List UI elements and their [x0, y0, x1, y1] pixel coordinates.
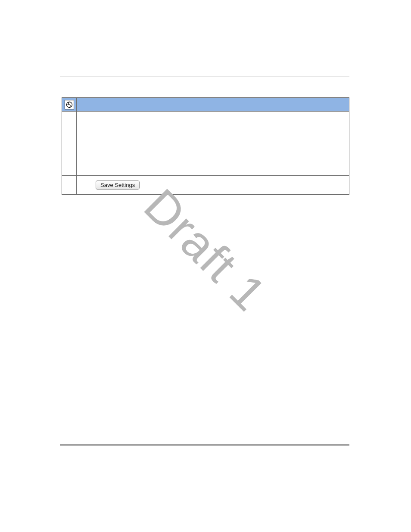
bottom-horizontal-rule — [60, 445, 349, 445]
save-settings-button[interactable]: Save Settings — [96, 180, 140, 190]
panel-header-row — [62, 98, 349, 112]
panel-header-title — [77, 98, 349, 111]
panel-body-content — [77, 112, 349, 175]
panel-body-row — [62, 112, 349, 175]
panel-footer-left-cell — [62, 176, 77, 194]
panel-footer-content: Save Settings — [77, 176, 349, 194]
panel-footer-row: Save Settings — [62, 175, 349, 194]
panel-header-icon-cell — [62, 98, 77, 111]
settings-panel: Save Settings — [62, 97, 349, 195]
top-horizontal-rule — [60, 77, 349, 77]
panel-body-left-cell — [62, 112, 77, 175]
globe-icon — [65, 100, 74, 109]
draft-watermark: Draft 1 — [134, 178, 277, 321]
